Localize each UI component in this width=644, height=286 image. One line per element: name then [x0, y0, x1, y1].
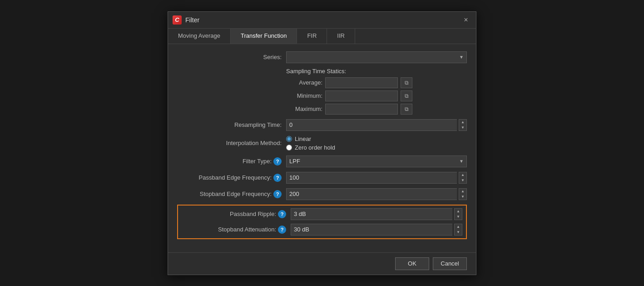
stopband-atten-control: ▲ ▼ — [291, 224, 462, 236]
stopband-atten-help-icon[interactable]: ? — [278, 226, 286, 234]
interpolation-row: Interpolation Method: Linear Zero order … — [177, 135, 467, 151]
filter-type-value: LPF — [289, 158, 300, 165]
interpolation-control: Linear Zero order hold — [286, 135, 467, 151]
series-label: Series: — [177, 54, 286, 60]
passband-edge-spinner: ▲ ▼ — [459, 172, 467, 184]
ok-button[interactable]: OK — [395, 257, 429, 270]
average-label: Average: — [286, 79, 322, 86]
resampling-down-button[interactable]: ▼ — [459, 125, 466, 130]
passband-ripple-spinner: ▲ ▼ — [454, 208, 462, 220]
stopband-atten-down-button[interactable]: ▼ — [455, 230, 462, 235]
passband-edge-input[interactable] — [286, 172, 457, 184]
resampling-input[interactable] — [286, 119, 457, 131]
passband-ripple-label: Passband Ripple: ? — [182, 210, 291, 218]
maximum-row: Maximum: ⧉ — [286, 104, 467, 115]
stopband-edge-label: Stopband Edge Frequency: ? — [177, 190, 286, 198]
dialog-title: Filter — [185, 16, 199, 24]
minimum-input[interactable] — [325, 90, 398, 101]
series-dropdown-arrow: ▼ — [459, 55, 464, 60]
series-control: ▼ — [286, 51, 467, 63]
minimum-copy-button[interactable]: ⧉ — [401, 90, 412, 101]
average-copy-button[interactable]: ⧉ — [401, 77, 412, 88]
stopband-edge-input[interactable] — [286, 188, 457, 200]
close-button[interactable]: × — [461, 15, 471, 25]
passband-edge-label: Passband Edge Frequency: ? — [177, 174, 286, 182]
resampling-spinner: ▲ ▼ — [459, 119, 467, 131]
linear-radio-row: Linear — [286, 135, 335, 142]
sampling-title: Sampling Time Statics: — [286, 68, 467, 75]
maximum-copy-button[interactable]: ⧉ — [401, 104, 412, 115]
interpolation-radio-group: Linear Zero order hold — [286, 135, 335, 151]
zero-order-radio[interactable] — [286, 145, 292, 151]
interpolation-label: Interpolation Method: — [177, 140, 286, 146]
passband-edge-control: ▲ ▼ — [286, 172, 467, 184]
filter-type-control: LPF ▼ — [286, 156, 467, 167]
tab-fir[interactable]: FIR — [297, 29, 327, 44]
passband-edge-row: Passband Edge Frequency: ? ▲ ▼ — [177, 172, 467, 184]
stopband-atten-row: Stopband Attenuation: ? ▲ ▼ — [182, 224, 462, 236]
filter-type-help-icon[interactable]: ? — [273, 157, 282, 166]
minimum-row: Minimum: ⧉ — [286, 90, 467, 101]
maximum-label: Maximum: — [286, 105, 322, 112]
filter-type-row: Filter Type: ? LPF ▼ — [177, 156, 467, 167]
tab-iir[interactable]: IIR — [327, 29, 355, 44]
stopband-edge-row: Stopband Edge Frequency: ? ▲ ▼ — [177, 188, 467, 200]
resampling-label: Resampling Time: — [177, 121, 286, 128]
passband-ripple-up-button[interactable]: ▲ — [455, 209, 462, 214]
filter-type-label: Filter Type: ? — [177, 157, 286, 166]
passband-ripple-row: Passband Ripple: ? ▲ ▼ — [182, 208, 462, 220]
footer: OK Cancel — [168, 252, 476, 275]
tab-transfer-function[interactable]: Transfer Function — [231, 29, 297, 44]
tab-moving-average[interactable]: Moving Average — [168, 29, 231, 44]
passband-ripple-input[interactable] — [291, 208, 452, 220]
passband-ripple-down-button[interactable]: ▼ — [455, 214, 462, 220]
stopband-atten-up-button[interactable]: ▲ — [455, 224, 462, 230]
minimum-label: Minimum: — [286, 92, 322, 99]
resampling-control: ▲ ▼ — [286, 119, 467, 131]
filter-dialog: C Filter × Moving Average Transfer Funct… — [168, 11, 476, 275]
filter-type-arrow: ▼ — [459, 159, 464, 164]
zero-order-label: Zero order hold — [295, 144, 335, 151]
passband-ripple-help-icon[interactable]: ? — [278, 210, 286, 218]
average-row: Average: ⧉ — [286, 77, 467, 88]
stopband-edge-help-icon[interactable]: ? — [273, 190, 282, 198]
average-input[interactable] — [325, 77, 398, 88]
stopband-atten-label: Stopband Attenuation: ? — [182, 226, 291, 234]
tab-bar: Moving Average Transfer Function FIR IIR — [168, 29, 476, 44]
stopband-atten-input[interactable] — [291, 224, 452, 236]
series-row: Series: ▼ — [177, 51, 467, 63]
resampling-row: Resampling Time: ▲ ▼ — [177, 119, 467, 131]
passband-ripple-control: ▲ ▼ — [291, 208, 462, 220]
series-dropdown[interactable]: ▼ — [286, 51, 467, 63]
stopband-edge-down-button[interactable]: ▼ — [459, 194, 466, 200]
title-bar: C Filter × — [168, 12, 476, 29]
linear-label: Linear — [295, 135, 311, 142]
passband-edge-down-button[interactable]: ▼ — [459, 178, 466, 183]
stopband-edge-spinner: ▲ ▼ — [459, 188, 467, 200]
cancel-button[interactable]: Cancel — [433, 257, 467, 270]
title-bar-left: C Filter — [173, 15, 199, 25]
app-icon: C — [173, 15, 182, 25]
linear-radio[interactable] — [286, 136, 292, 142]
filter-type-dropdown[interactable]: LPF ▼ — [286, 156, 467, 167]
passband-edge-up-button[interactable]: ▲ — [459, 172, 466, 178]
stopband-edge-control: ▲ ▼ — [286, 188, 467, 200]
stopband-edge-up-button[interactable]: ▲ — [459, 189, 466, 194]
passband-edge-help-icon[interactable]: ? — [273, 174, 282, 182]
sampling-section: Sampling Time Statics: Average: ⧉ Minimu… — [286, 68, 467, 115]
highlighted-section: Passband Ripple: ? ▲ ▼ Stopband Attenuat… — [177, 205, 467, 239]
resampling-up-button[interactable]: ▲ — [459, 120, 466, 125]
form-content: Series: ▼ Sampling Time Statics: Average… — [168, 44, 476, 252]
stopband-atten-spinner: ▲ ▼ — [454, 224, 462, 236]
maximum-input[interactable] — [325, 104, 398, 115]
zero-order-radio-row: Zero order hold — [286, 144, 335, 151]
